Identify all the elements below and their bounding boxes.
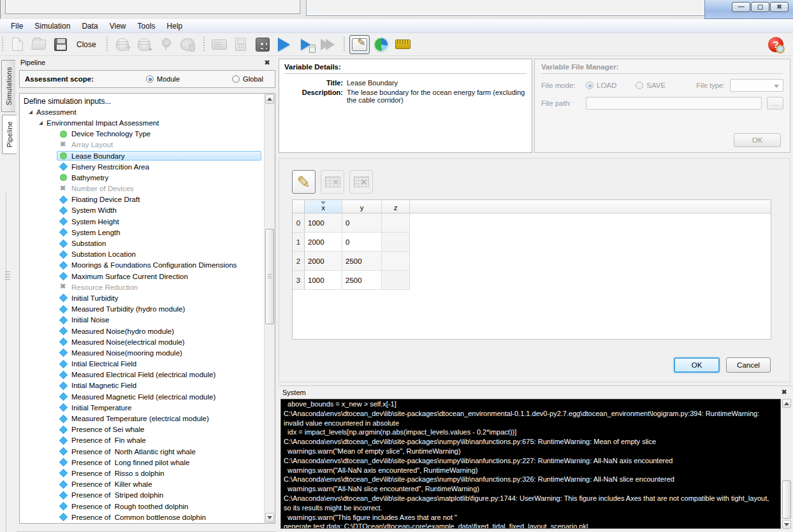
tree-item[interactable]: Presence of Sei whale bbox=[20, 424, 264, 435]
file-mode-load-option[interactable]: LOAD bbox=[586, 82, 616, 89]
help-button[interactable]: ? bbox=[766, 35, 786, 54]
z-cell[interactable] bbox=[382, 233, 410, 252]
tree-item[interactable]: Substation bbox=[20, 238, 264, 248]
close-button[interactable]: Close bbox=[71, 36, 101, 53]
tree-item[interactable]: Measured Turbidity (hydro module) bbox=[20, 304, 264, 315]
menu-item[interactable]: Simulation bbox=[29, 19, 76, 32]
expand-caret-icon[interactable] bbox=[29, 110, 33, 114]
tree-group-environmental[interactable]: Environmental Impact Assessment bbox=[20, 117, 264, 128]
run-button[interactable] bbox=[274, 35, 295, 54]
column-header-z[interactable]: z bbox=[382, 200, 410, 213]
tree-item[interactable]: Measured Noise(hydro module) bbox=[20, 326, 264, 336]
file-type-select[interactable] bbox=[730, 79, 783, 92]
file-manager-ok-button[interactable]: OK bbox=[734, 133, 781, 147]
file-mode-save-option[interactable]: SAVE bbox=[636, 82, 666, 89]
menu-item[interactable]: View bbox=[104, 19, 132, 32]
system-console[interactable]: above_bounds = x_new > self.x[-1]C:\Anac… bbox=[280, 399, 781, 529]
scroll-up-icon[interactable] bbox=[265, 94, 274, 104]
delete-row-button[interactable]: ✕ bbox=[349, 170, 373, 194]
load-radio[interactable] bbox=[586, 82, 593, 89]
window-control-button[interactable]: ▢ bbox=[751, 2, 769, 12]
database-export-button[interactable]: ▸ bbox=[134, 35, 154, 54]
cancel-button[interactable]: Cancel bbox=[726, 357, 771, 373]
calculator-button[interactable] bbox=[231, 35, 251, 54]
tree-item[interactable]: System Width bbox=[20, 205, 264, 216]
pin-person-button[interactable] bbox=[156, 35, 176, 54]
tree-item[interactable]: Maximum Surface Current Direction bbox=[20, 271, 264, 282]
tree-root-item[interactable]: Define simulation inputs... bbox=[20, 96, 264, 106]
menu-item[interactable]: Help bbox=[161, 19, 189, 32]
open-button[interactable] bbox=[29, 35, 49, 54]
file-path-input[interactable] bbox=[586, 97, 762, 110]
menu-item[interactable]: Tools bbox=[132, 19, 161, 32]
new-file-button[interactable] bbox=[7, 35, 27, 54]
tree-item[interactable]: Moorings & Foundations Configuration Dim… bbox=[20, 260, 264, 271]
fast-forward-button[interactable] bbox=[317, 35, 338, 54]
z-cell[interactable] bbox=[382, 252, 410, 271]
browse-button[interactable]: ... bbox=[767, 97, 783, 110]
board-button[interactable] bbox=[209, 35, 229, 54]
module-radio[interactable] bbox=[146, 75, 154, 83]
tree-item[interactable]: Measured Temperature (electrical module) bbox=[20, 413, 264, 424]
menu-item[interactable]: Data bbox=[76, 19, 103, 32]
scroll-down-icon[interactable] bbox=[782, 520, 791, 529]
tree-item[interactable]: Array Layout bbox=[20, 140, 264, 150]
tree-item[interactable]: Fishery Restrcition Area bbox=[20, 161, 264, 172]
tab-simulations[interactable]: Simulations bbox=[1, 60, 15, 112]
edit-mode-button[interactable]: ✎ bbox=[349, 35, 370, 54]
window-control-button[interactable]: — bbox=[732, 2, 750, 12]
tree-item[interactable]: Presence of North Atlantic right whale bbox=[20, 446, 264, 457]
scroll-down-icon[interactable] bbox=[265, 513, 274, 522]
y-cell[interactable]: 0 bbox=[342, 213, 382, 233]
window-control-button[interactable]: ✖ bbox=[770, 2, 789, 12]
console-scrollbar-thumb[interactable] bbox=[782, 480, 791, 519]
x-cell[interactable]: 2000 bbox=[305, 233, 342, 252]
y-cell[interactable]: 0 bbox=[342, 233, 382, 252]
tree-item[interactable]: Resource Reduction bbox=[20, 282, 264, 292]
tree-item[interactable]: Intial Electrical Field bbox=[20, 359, 264, 370]
tree-group-assessment[interactable]: Assessment bbox=[20, 106, 264, 117]
tree-item[interactable]: Intial Magnetic Field bbox=[20, 380, 264, 391]
save-radio[interactable] bbox=[636, 82, 643, 89]
tree-item[interactable]: Presence of Fin whale bbox=[20, 435, 264, 446]
tree-item[interactable]: Initial Noise bbox=[20, 315, 264, 326]
tree-item[interactable]: Initial Temperature bbox=[20, 402, 264, 413]
tree-scrollbar-thumb[interactable] bbox=[265, 229, 274, 324]
tree-item[interactable]: Bathymetry bbox=[20, 172, 264, 183]
system-close-icon[interactable]: ✖ bbox=[779, 388, 789, 396]
z-cell[interactable] bbox=[382, 271, 410, 290]
x-cell[interactable]: 2000 bbox=[305, 252, 342, 271]
tree-item[interactable]: Initial Turbidity bbox=[20, 292, 264, 303]
tree-item[interactable]: Measured Noise(mooring module) bbox=[20, 347, 264, 358]
scroll-up-icon[interactable] bbox=[782, 399, 791, 408]
tree-item[interactable]: Presence of Killer whale bbox=[20, 479, 264, 490]
pipeline-close-icon[interactable]: ✖ bbox=[262, 59, 272, 67]
database-query-button[interactable]: ? bbox=[112, 35, 133, 54]
z-cell[interactable] bbox=[382, 213, 410, 233]
save-button[interactable] bbox=[50, 35, 71, 54]
edit-table-button[interactable]: ✎ bbox=[292, 170, 316, 194]
run-calc-button[interactable] bbox=[296, 35, 316, 54]
y-cell[interactable]: 2500 bbox=[342, 252, 382, 271]
tree-item[interactable]: Presence of Risso s dolphin bbox=[20, 468, 264, 478]
x-cell[interactable]: 1000 bbox=[305, 213, 342, 233]
ruler-button[interactable] bbox=[393, 35, 413, 54]
tree-item[interactable]: Presence of Common bottlenose dolphin bbox=[20, 512, 264, 522]
tree-scrollbar[interactable] bbox=[264, 94, 275, 523]
module-panel-button[interactable] bbox=[252, 35, 273, 54]
menu-item[interactable]: File bbox=[5, 19, 29, 32]
tree-item[interactable]: Floating Device Draft bbox=[20, 194, 264, 205]
faucet-button[interactable] bbox=[177, 35, 198, 54]
tree-item[interactable]: Device Technology Type bbox=[20, 129, 264, 140]
column-header-x[interactable]: x bbox=[305, 200, 342, 213]
tree-item[interactable]: Substation Location bbox=[20, 249, 264, 260]
expand-caret-icon[interactable] bbox=[39, 121, 43, 125]
tree-item[interactable]: Presence of Spinner dolphin bbox=[20, 522, 264, 523]
x-cell[interactable]: 1000 bbox=[305, 271, 342, 290]
tree-item[interactable]: Presence of Striped dolphin bbox=[20, 490, 264, 501]
scope-option-module[interactable]: Module bbox=[146, 75, 180, 83]
tree-item[interactable]: Measured Magnetic Field (electrical modu… bbox=[20, 391, 264, 402]
column-header-y[interactable]: y bbox=[342, 200, 382, 213]
splitter-grip[interactable] bbox=[5, 271, 10, 280]
tree-item[interactable]: Measured Electrical Field (electrical mo… bbox=[20, 370, 264, 380]
